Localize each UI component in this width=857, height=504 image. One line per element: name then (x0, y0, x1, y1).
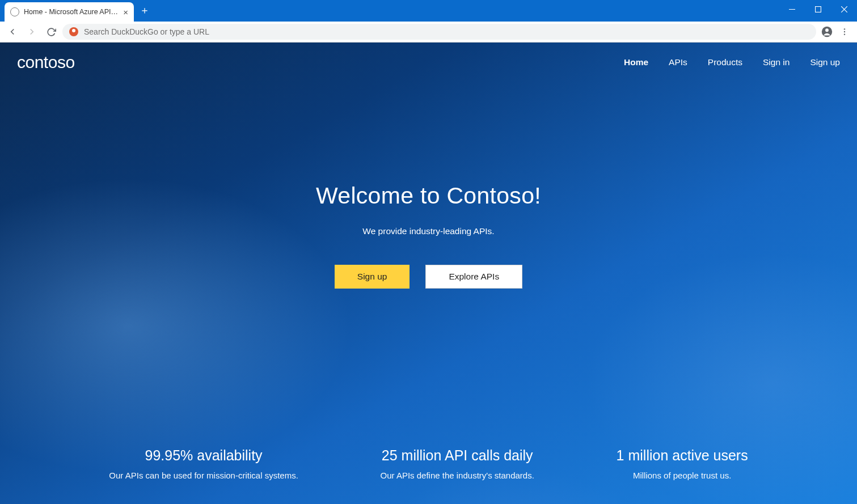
stat-title: 1 million active users (617, 447, 748, 464)
maximize-button[interactable] (805, 0, 831, 18)
hero-buttons: Sign up Explore APIs (0, 265, 857, 289)
address-placeholder: Search DuckDuckGo or type a URL (84, 27, 209, 36)
window-controls (779, 0, 857, 18)
site-logo[interactable]: contoso (17, 53, 75, 72)
nav-signup[interactable]: Sign up (810, 57, 840, 67)
profile-icon[interactable] (820, 24, 834, 39)
stats-row: 99.95% availability Our APIs can be used… (0, 447, 857, 480)
svg-point-5 (825, 28, 829, 32)
browser-toolbar: Search DuckDuckGo or type a URL (0, 22, 857, 43)
hero-title: Welcome to Contoso! (0, 183, 857, 209)
stat-title: 99.95% availability (109, 447, 298, 464)
back-button[interactable] (5, 24, 20, 40)
globe-icon (10, 7, 19, 16)
browser-titlebar: Home - Microsoft Azure API Management × … (0, 0, 857, 22)
hero-section: contoso Home APIs Products Sign in Sign … (0, 43, 857, 504)
stat-desc: Millions of people trust us. (617, 471, 748, 480)
svg-point-8 (844, 33, 845, 35)
nav-home[interactable]: Home (624, 57, 648, 67)
new-tab-button[interactable]: ＋ (140, 3, 150, 17)
signup-button[interactable]: Sign up (335, 265, 410, 289)
hero-subtitle: We provide industry-leading APIs. (0, 226, 857, 236)
primary-nav: Home APIs Products Sign in Sign up (624, 57, 840, 67)
kebab-menu-icon[interactable] (837, 24, 852, 40)
address-bar[interactable]: Search DuckDuckGo or type a URL (62, 24, 816, 40)
stat-calls: 25 million API calls daily Our APIs defi… (381, 447, 534, 480)
duckduckgo-icon (69, 27, 78, 36)
close-window-button[interactable] (831, 0, 857, 18)
page-viewport[interactable]: contoso Home APIs Products Sign in Sign … (0, 43, 857, 504)
hero-content: Welcome to Contoso! We provide industry-… (0, 72, 857, 289)
stat-desc: Our APIs define the industry's standards… (381, 471, 534, 480)
stat-users: 1 million active users Millions of peopl… (617, 447, 748, 480)
close-tab-icon[interactable]: × (123, 8, 128, 16)
nav-apis[interactable]: APIs (669, 57, 687, 67)
forward-button[interactable] (24, 24, 40, 40)
svg-rect-1 (815, 6, 821, 12)
nav-signin[interactable]: Sign in (763, 57, 790, 67)
minimize-button[interactable] (779, 0, 805, 18)
stat-desc: Our APIs can be used for mission-critica… (109, 471, 298, 480)
browser-tab[interactable]: Home - Microsoft Azure API Management × (5, 2, 134, 22)
nav-products[interactable]: Products (708, 57, 742, 67)
reload-button[interactable] (43, 24, 59, 40)
tab-title: Home - Microsoft Azure API Management (24, 8, 119, 16)
stat-title: 25 million API calls daily (381, 447, 534, 464)
site-header: contoso Home APIs Products Sign in Sign … (0, 43, 857, 72)
svg-point-7 (844, 31, 845, 32)
explore-apis-button[interactable]: Explore APIs (425, 265, 522, 289)
stat-availability: 99.95% availability Our APIs can be used… (109, 447, 298, 480)
svg-point-6 (844, 28, 845, 29)
